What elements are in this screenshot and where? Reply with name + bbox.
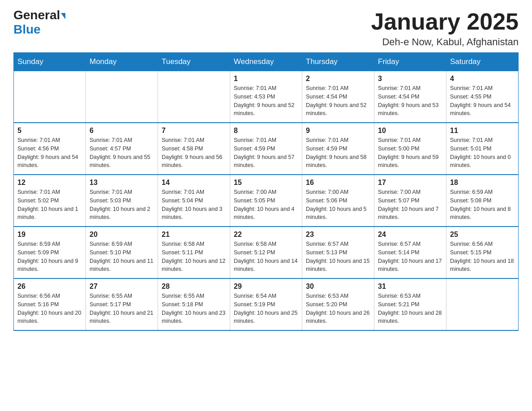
table-row xyxy=(158,71,230,123)
day-info: Sunrise: 6:56 AMSunset: 5:16 PMDaylight:… xyxy=(17,292,82,325)
table-row: 14Sunrise: 7:01 AMSunset: 5:04 PMDayligh… xyxy=(158,175,230,227)
table-row: 9Sunrise: 7:01 AMSunset: 4:59 PMDaylight… xyxy=(302,123,374,175)
table-row: 19Sunrise: 6:59 AMSunset: 5:09 PMDayligh… xyxy=(14,227,86,278)
day-info: Sunrise: 7:01 AMSunset: 4:58 PMDaylight:… xyxy=(162,136,226,170)
calendar-week-row: 12Sunrise: 7:01 AMSunset: 5:02 PMDayligh… xyxy=(14,175,519,227)
day-number: 12 xyxy=(17,179,82,187)
day-number: 7 xyxy=(162,127,226,135)
day-info: Sunrise: 6:53 AMSunset: 5:21 PMDaylight:… xyxy=(378,292,442,325)
table-row: 11Sunrise: 7:01 AMSunset: 5:01 PMDayligh… xyxy=(446,123,519,175)
day-info: Sunrise: 7:01 AMSunset: 5:00 PMDaylight:… xyxy=(378,136,442,170)
table-row: 3Sunrise: 7:01 AMSunset: 4:54 PMDaylight… xyxy=(374,71,446,123)
day-info: Sunrise: 6:55 AMSunset: 5:17 PMDaylight:… xyxy=(90,292,154,325)
table-row: 20Sunrise: 6:59 AMSunset: 5:10 PMDayligh… xyxy=(86,227,158,278)
header-friday: Friday xyxy=(374,53,446,71)
table-row: 29Sunrise: 6:54 AMSunset: 5:19 PMDayligh… xyxy=(230,278,302,330)
table-row xyxy=(14,71,86,123)
day-info: Sunrise: 6:58 AMSunset: 5:11 PMDaylight:… xyxy=(162,240,226,274)
title-block: January 2025 Deh-e Now, Kabul, Afghanist… xyxy=(371,9,519,48)
day-number: 21 xyxy=(162,231,226,239)
logo-triangle-icon xyxy=(61,13,65,19)
day-info: Sunrise: 7:01 AMSunset: 5:02 PMDaylight:… xyxy=(17,188,82,222)
day-number: 27 xyxy=(90,283,154,291)
table-row: 15Sunrise: 7:00 AMSunset: 5:05 PMDayligh… xyxy=(230,175,302,227)
day-info: Sunrise: 7:00 AMSunset: 5:07 PMDaylight:… xyxy=(378,188,442,222)
table-row: 28Sunrise: 6:55 AMSunset: 5:18 PMDayligh… xyxy=(158,278,230,330)
header-sunday: Sunday xyxy=(14,53,86,71)
table-row xyxy=(86,71,158,123)
table-row: 1Sunrise: 7:01 AMSunset: 4:53 PMDaylight… xyxy=(230,71,302,123)
day-info: Sunrise: 7:01 AMSunset: 4:56 PMDaylight:… xyxy=(17,136,82,170)
day-number: 14 xyxy=(162,179,226,187)
calendar-table: Sunday Monday Tuesday Wednesday Thursday… xyxy=(13,52,519,331)
day-info: Sunrise: 6:57 AMSunset: 5:13 PMDaylight:… xyxy=(306,240,370,274)
day-info: Sunrise: 6:56 AMSunset: 5:15 PMDaylight:… xyxy=(450,240,515,274)
day-number: 8 xyxy=(234,127,298,135)
day-number: 6 xyxy=(90,127,154,135)
header-tuesday: Tuesday xyxy=(158,53,230,71)
table-row: 13Sunrise: 7:01 AMSunset: 5:03 PMDayligh… xyxy=(86,175,158,227)
table-row: 24Sunrise: 6:57 AMSunset: 5:14 PMDayligh… xyxy=(374,227,446,278)
day-info: Sunrise: 6:59 AMSunset: 5:08 PMDaylight:… xyxy=(450,188,515,222)
day-info: Sunrise: 7:00 AMSunset: 5:06 PMDaylight:… xyxy=(306,188,370,222)
table-row: 7Sunrise: 7:01 AMSunset: 4:58 PMDaylight… xyxy=(158,123,230,175)
calendar-week-row: 1Sunrise: 7:01 AMSunset: 4:53 PMDaylight… xyxy=(14,71,519,123)
day-info: Sunrise: 7:01 AMSunset: 4:57 PMDaylight:… xyxy=(90,136,154,170)
page-header: General Blue January 2025 Deh-e Now, Kab… xyxy=(13,9,519,48)
table-row: 18Sunrise: 6:59 AMSunset: 5:08 PMDayligh… xyxy=(446,175,519,227)
day-info: Sunrise: 7:01 AMSunset: 4:55 PMDaylight:… xyxy=(450,84,515,118)
day-number: 17 xyxy=(378,179,442,187)
day-number: 4 xyxy=(450,75,515,83)
day-number: 25 xyxy=(450,231,515,239)
day-info: Sunrise: 7:01 AMSunset: 5:04 PMDaylight:… xyxy=(162,188,226,222)
day-info: Sunrise: 7:01 AMSunset: 5:01 PMDaylight:… xyxy=(450,136,515,170)
day-number: 23 xyxy=(306,231,370,239)
day-info: Sunrise: 6:53 AMSunset: 5:20 PMDaylight:… xyxy=(306,292,370,325)
logo-blue-text: Blue xyxy=(13,22,41,37)
table-row: 10Sunrise: 7:01 AMSunset: 5:00 PMDayligh… xyxy=(374,123,446,175)
header-wednesday: Wednesday xyxy=(230,53,302,71)
table-row: 16Sunrise: 7:00 AMSunset: 5:06 PMDayligh… xyxy=(302,175,374,227)
day-number: 30 xyxy=(306,283,370,291)
day-number: 20 xyxy=(90,231,154,239)
day-number: 31 xyxy=(378,283,442,291)
table-row: 5Sunrise: 7:01 AMSunset: 4:56 PMDaylight… xyxy=(14,123,86,175)
calendar-week-row: 5Sunrise: 7:01 AMSunset: 4:56 PMDaylight… xyxy=(14,123,519,175)
day-number: 3 xyxy=(378,75,442,83)
day-number: 2 xyxy=(306,75,370,83)
day-info: Sunrise: 6:55 AMSunset: 5:18 PMDaylight:… xyxy=(162,292,226,325)
table-row xyxy=(446,278,519,330)
location-subtitle: Deh-e Now, Kabul, Afghanistan xyxy=(371,36,519,48)
day-info: Sunrise: 7:01 AMSunset: 4:54 PMDaylight:… xyxy=(378,84,442,118)
calendar-week-row: 19Sunrise: 6:59 AMSunset: 5:09 PMDayligh… xyxy=(14,227,519,278)
table-row: 23Sunrise: 6:57 AMSunset: 5:13 PMDayligh… xyxy=(302,227,374,278)
logo: General Blue xyxy=(13,9,65,37)
day-number: 1 xyxy=(234,75,298,83)
header-saturday: Saturday xyxy=(446,53,519,71)
day-number: 10 xyxy=(378,127,442,135)
day-info: Sunrise: 6:59 AMSunset: 5:10 PMDaylight:… xyxy=(90,240,154,274)
day-info: Sunrise: 7:01 AMSunset: 4:59 PMDaylight:… xyxy=(234,136,298,170)
day-number: 5 xyxy=(17,127,82,135)
day-number: 29 xyxy=(234,283,298,291)
table-row: 8Sunrise: 7:01 AMSunset: 4:59 PMDaylight… xyxy=(230,123,302,175)
day-info: Sunrise: 7:00 AMSunset: 5:05 PMDaylight:… xyxy=(234,188,298,222)
day-info: Sunrise: 7:01 AMSunset: 4:54 PMDaylight:… xyxy=(306,84,370,118)
day-number: 28 xyxy=(162,283,226,291)
calendar-week-row: 26Sunrise: 6:56 AMSunset: 5:16 PMDayligh… xyxy=(14,278,519,330)
month-title: January 2025 xyxy=(371,9,519,34)
day-number: 9 xyxy=(306,127,370,135)
table-row: 2Sunrise: 7:01 AMSunset: 4:54 PMDaylight… xyxy=(302,71,374,123)
table-row: 12Sunrise: 7:01 AMSunset: 5:02 PMDayligh… xyxy=(14,175,86,227)
day-number: 24 xyxy=(378,231,442,239)
day-info: Sunrise: 7:01 AMSunset: 5:03 PMDaylight:… xyxy=(90,188,154,222)
day-number: 26 xyxy=(17,283,82,291)
day-info: Sunrise: 7:01 AMSunset: 4:53 PMDaylight:… xyxy=(234,84,298,118)
logo-text: General xyxy=(13,9,65,21)
table-row: 30Sunrise: 6:53 AMSunset: 5:20 PMDayligh… xyxy=(302,278,374,330)
day-info: Sunrise: 6:54 AMSunset: 5:19 PMDaylight:… xyxy=(234,292,298,325)
table-row: 31Sunrise: 6:53 AMSunset: 5:21 PMDayligh… xyxy=(374,278,446,330)
table-row: 4Sunrise: 7:01 AMSunset: 4:55 PMDaylight… xyxy=(446,71,519,123)
day-number: 15 xyxy=(234,179,298,187)
header-thursday: Thursday xyxy=(302,53,374,71)
